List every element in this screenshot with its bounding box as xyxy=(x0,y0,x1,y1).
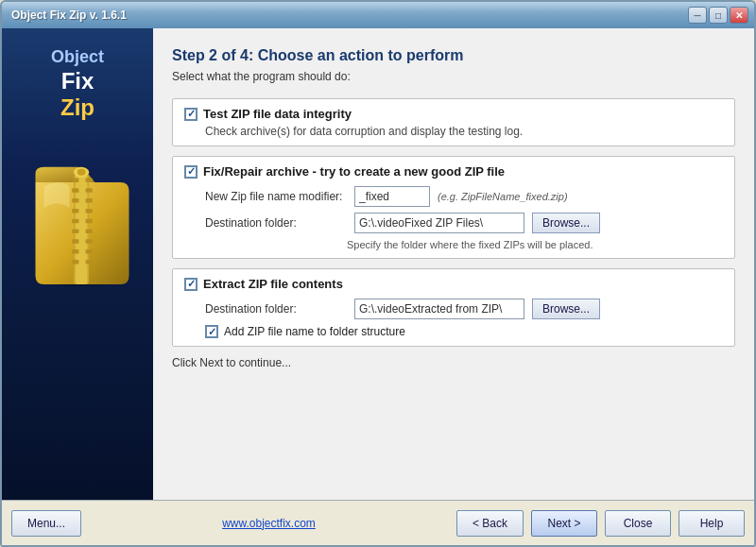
logo-container: Object Fix Zip xyxy=(21,47,134,282)
extract-zip-group: Extract ZIP file contents Destination fo… xyxy=(172,268,735,347)
logo-text: Object Fix Zip xyxy=(51,47,104,122)
test-zip-header: Test ZIP file data integrity xyxy=(184,107,723,121)
svg-rect-13 xyxy=(72,230,78,234)
test-zip-checkbox[interactable] xyxy=(184,108,198,121)
test-zip-group: Test ZIP file data integrity Check archi… xyxy=(172,98,735,146)
fix-browse-button[interactable]: Browse... xyxy=(532,213,600,233)
bottom-bar: Menu... www.objectfix.com < Back Next > … xyxy=(2,500,754,545)
fix-zip-checkbox[interactable] xyxy=(184,165,198,179)
svg-rect-3 xyxy=(72,179,78,183)
svg-rect-8 xyxy=(86,198,93,203)
right-content: Step 2 of 4: Choose an action to perform… xyxy=(153,28,754,500)
extract-zip-label: Extract ZIP file contents xyxy=(203,277,343,291)
modifier-input[interactable] xyxy=(354,186,430,207)
fix-dest-label: Destination folder: xyxy=(205,216,347,230)
add-name-row: Add ZIP file name to folder structure xyxy=(205,325,723,338)
modifier-row: New Zip file name modifier: (e.g. ZipFil… xyxy=(205,186,723,207)
window-controls: ─ □ ✕ xyxy=(688,7,748,24)
svg-rect-14 xyxy=(86,230,93,234)
svg-rect-17 xyxy=(72,249,78,254)
fix-zip-group: Fix/Repair archive - try to create a new… xyxy=(172,156,735,259)
menu-button[interactable]: Menu... xyxy=(11,510,81,537)
fix-zip-header: Fix/Repair archive - try to create a new… xyxy=(184,164,723,179)
continue-text: Click Next to continue... xyxy=(172,356,735,369)
svg-rect-4 xyxy=(86,179,93,183)
extract-dest-label: Destination folder: xyxy=(205,302,347,316)
svg-rect-7 xyxy=(72,198,78,203)
step-title: Step 2 of 4: Choose an action to perform xyxy=(172,47,735,64)
logo-object: Object xyxy=(51,47,104,68)
svg-rect-11 xyxy=(72,219,78,224)
fix-dest-row: Destination folder: Browse... xyxy=(205,213,723,233)
help-button[interactable]: Help xyxy=(679,510,745,537)
maximize-button[interactable]: □ xyxy=(709,7,728,24)
back-button[interactable]: < Back xyxy=(456,510,524,537)
fix-zip-label: Fix/Repair archive - try to create a new… xyxy=(203,164,505,179)
svg-rect-9 xyxy=(72,209,78,214)
window-close-button[interactable]: ✕ xyxy=(730,7,748,24)
extract-zip-header: Extract ZIP file contents xyxy=(184,277,723,291)
svg-rect-20 xyxy=(86,260,93,265)
website-link[interactable]: www.objectfix.com xyxy=(89,517,449,530)
add-name-label: Add ZIP file name to folder structure xyxy=(224,325,405,338)
fix-dest-note: Specify the folder where the fixed ZIPs … xyxy=(347,239,723,250)
extract-zip-fields: Destination folder: Browse... Add ZIP fi… xyxy=(205,299,723,338)
title-bar: Object Fix Zip v. 1.6.1 ─ □ ✕ xyxy=(2,2,754,28)
svg-rect-6 xyxy=(86,188,93,193)
step-subtitle: Select what the program should do: xyxy=(172,70,735,83)
minimize-button[interactable]: ─ xyxy=(688,7,707,24)
add-name-checkbox[interactable] xyxy=(205,325,218,338)
sidebar: Object Fix Zip xyxy=(2,28,153,500)
svg-rect-10 xyxy=(86,209,93,214)
options-area: Test ZIP file data integrity Check archi… xyxy=(172,98,735,490)
svg-rect-12 xyxy=(86,219,93,224)
window-title: Object Fix Zip v. 1.6.1 xyxy=(11,9,127,22)
zip-illustration xyxy=(21,131,134,282)
test-zip-desc: Check archive(s) for data corruption and… xyxy=(205,125,723,138)
next-button[interactable]: Next > xyxy=(531,510,597,537)
svg-rect-5 xyxy=(72,188,78,193)
svg-rect-16 xyxy=(86,239,93,243)
svg-rect-18 xyxy=(86,249,93,254)
extract-dest-row: Destination folder: Browse... xyxy=(205,299,723,319)
svg-point-22 xyxy=(77,169,86,176)
modifier-hint: (e.g. ZipFileName_fixed.zip) xyxy=(438,191,568,202)
svg-rect-15 xyxy=(72,239,78,243)
fix-dest-input[interactable] xyxy=(354,213,524,233)
main-window: Object Fix Zip v. 1.6.1 ─ □ ✕ Object Fix… xyxy=(0,0,756,547)
close-button[interactable]: Close xyxy=(605,510,671,537)
extract-browse-button[interactable]: Browse... xyxy=(532,299,600,319)
zip-svg-icon xyxy=(21,131,144,301)
fix-zip-fields: New Zip file name modifier: (e.g. ZipFil… xyxy=(205,186,723,250)
svg-rect-19 xyxy=(72,260,78,265)
logo-fix: Fix xyxy=(51,68,104,95)
extract-zip-checkbox[interactable] xyxy=(184,278,198,291)
modifier-label: New Zip file name modifier: xyxy=(205,190,347,203)
extract-dest-input[interactable] xyxy=(354,299,524,319)
main-content: Object Fix Zip xyxy=(2,28,754,500)
logo-zip: Zip xyxy=(51,94,104,122)
test-zip-label: Test ZIP file data integrity xyxy=(203,107,352,121)
